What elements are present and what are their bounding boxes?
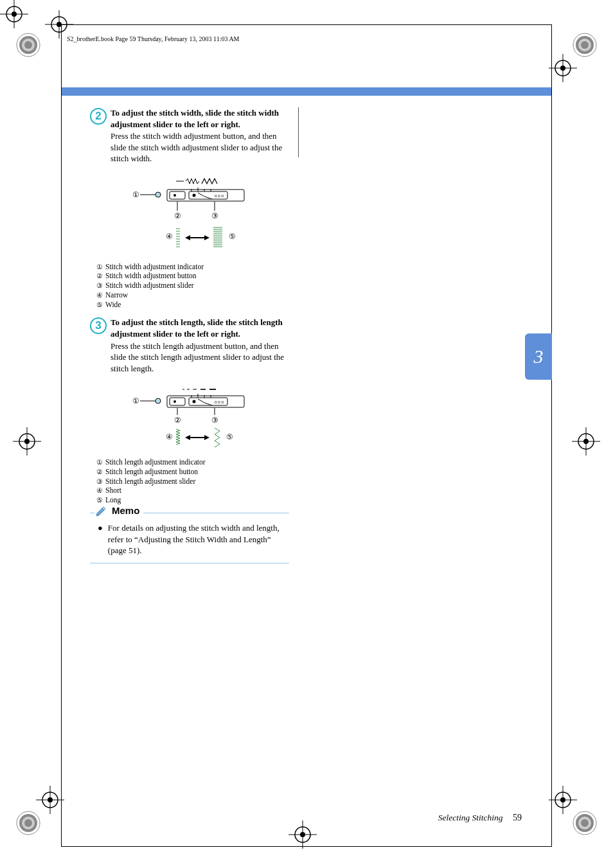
- legend-marker: ①: [96, 458, 103, 467]
- legend-marker: ⑤: [96, 496, 103, 505]
- bullet-icon: ●: [98, 522, 103, 556]
- page-frame: S2_brotherE.book Page 59 Thursday, Febru…: [61, 24, 552, 847]
- svg-point-31: [560, 797, 565, 802]
- legend-marker: ③: [96, 477, 103, 486]
- legend-text: Long: [105, 495, 121, 504]
- stitch-length-diagram: ① 0 0 0 ② ③ ④: [112, 383, 289, 452]
- legend-marker: ④: [96, 291, 103, 300]
- legend-text: Stitch length adjustment button: [105, 467, 198, 476]
- legend-text: Stitch length adjustment slider: [105, 477, 195, 486]
- svg-point-39: [583, 439, 589, 444]
- legend-text: Stitch width adjustment button: [105, 271, 197, 280]
- memo-title: Memo: [112, 504, 139, 517]
- footer-section: Selecting Stitching: [438, 813, 503, 822]
- stitch-width-diagram: ① 0 0 0 ② ③: [112, 173, 289, 257]
- svg-text:①: ①: [132, 396, 139, 405]
- legend-marker: ②: [96, 272, 103, 281]
- svg-text:④: ④: [166, 232, 173, 241]
- svg-point-100: [173, 400, 176, 403]
- svg-marker-76: [185, 235, 190, 240]
- crosshair-icon: [572, 427, 600, 456]
- svg-marker-114: [185, 435, 190, 440]
- svg-text:②: ②: [174, 211, 181, 220]
- step-2-legend: ①Stitch width adjustment indicator ②Stit…: [96, 262, 289, 310]
- legend-text: Short: [105, 486, 121, 495]
- step-number-badge: 2: [90, 108, 107, 125]
- svg-point-106: [193, 400, 196, 403]
- memo-text: For details on adjusting the stitch widt…: [108, 522, 285, 556]
- crosshair-icon: [36, 786, 64, 814]
- svg-point-54: [173, 194, 176, 197]
- svg-text:③: ③: [211, 416, 218, 425]
- crosshair-icon: [13, 427, 41, 456]
- step-number-badge: 3: [90, 317, 107, 334]
- footer-page-number: 59: [513, 813, 522, 822]
- svg-text:①: ①: [132, 190, 139, 199]
- svg-point-3: [24, 41, 32, 49]
- svg-point-11: [24, 819, 32, 827]
- svg-rect-99: [170, 398, 185, 405]
- step-title: To adjust the stitch width, slide the st…: [111, 107, 289, 130]
- crosshair-icon: [549, 54, 577, 82]
- header-accent-bar: [62, 87, 551, 96]
- legend-text: Wide: [105, 300, 121, 309]
- chapter-tab: 3: [525, 333, 552, 380]
- svg-text:0 0 0: 0 0 0: [215, 193, 224, 199]
- legend-text: Stitch length adjustment indicator: [105, 457, 206, 466]
- svg-text:⑤: ⑤: [226, 432, 233, 441]
- svg-point-7: [581, 41, 589, 49]
- column-divider: [298, 107, 299, 157]
- legend-text: Stitch width adjustment slider: [105, 281, 194, 290]
- svg-text:④: ④: [166, 432, 173, 441]
- svg-point-97: [155, 398, 161, 403]
- legend-text: Stitch width adjustment indicator: [105, 262, 204, 271]
- svg-point-15: [581, 819, 589, 827]
- step-3: 3 To adjust the stitch length, slide the…: [90, 317, 289, 374]
- crosshair-icon: [549, 786, 577, 814]
- step-3-legend: ①Stitch length adjustment indicator ②Sti…: [96, 457, 289, 505]
- legend-marker: ⑤: [96, 301, 103, 310]
- svg-text:⑤: ⑤: [229, 232, 236, 241]
- svg-point-23: [560, 66, 565, 71]
- step-description: Press the stitch width adjustment button…: [111, 130, 289, 164]
- svg-marker-77: [204, 235, 209, 240]
- content-column: 2 To adjust the stitch width, slide the …: [90, 107, 289, 563]
- running-header: S2_brotherE.book Page 59 Thursday, Febru…: [67, 35, 240, 42]
- step-2: 2 To adjust the stitch width, slide the …: [90, 107, 289, 164]
- svg-text:③: ③: [211, 211, 218, 220]
- registration-mark-icon: [10, 27, 46, 63]
- svg-point-60: [193, 193, 196, 197]
- legend-marker: ①: [96, 263, 103, 272]
- legend-text: Narrow: [105, 290, 128, 299]
- svg-point-19: [12, 12, 17, 17]
- svg-point-35: [24, 439, 30, 444]
- step-description: Press the stitch length adjustment butto…: [111, 341, 289, 375]
- svg-point-27: [48, 797, 53, 802]
- legend-marker: ②: [96, 468, 103, 477]
- memo-box: Memo ● For details on adjusting the stit…: [90, 513, 289, 563]
- svg-rect-53: [170, 191, 185, 199]
- legend-marker: ④: [96, 486, 103, 495]
- step-title: To adjust the stitch length, slide the s…: [111, 317, 289, 339]
- svg-text:0 0 0: 0 0 0: [215, 400, 224, 405]
- svg-text:②: ②: [174, 416, 181, 425]
- legend-marker: ③: [96, 281, 103, 290]
- svg-point-51: [155, 192, 161, 197]
- pencil-note-icon: [95, 504, 108, 517]
- svg-marker-115: [204, 435, 209, 440]
- page-footer: Selecting Stitching 59: [438, 813, 522, 823]
